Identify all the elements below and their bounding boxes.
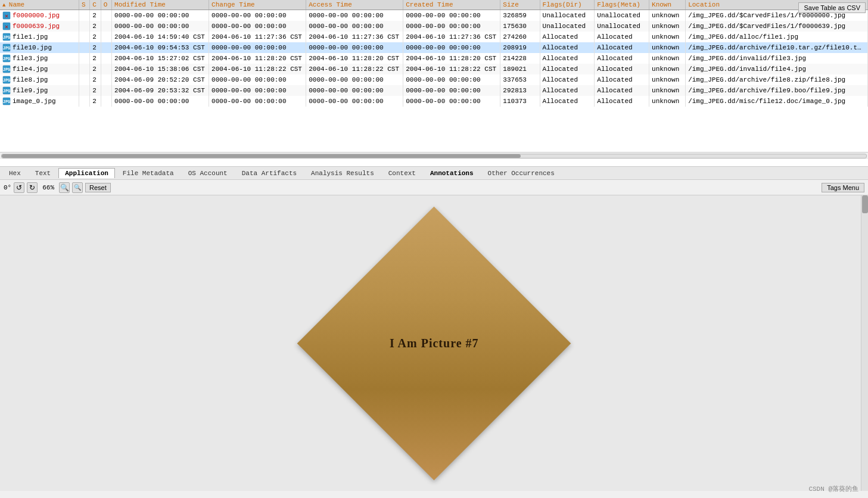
cell-known: unknown — [649, 64, 686, 74]
cell-s — [79, 96, 90, 107]
cell-o — [101, 42, 111, 53]
cell-created: 0000-00-00 00:00:00 — [403, 85, 500, 96]
cell-known: unknown — [649, 10, 686, 21]
tab-bar: Hex Text Application File Metadata OS Ac… — [0, 167, 868, 180]
cell-flagsdir: Allocated — [540, 42, 595, 53]
col-header-modified[interactable]: Modified Time — [112, 0, 209, 10]
zoom-out-button[interactable]: 🔍 — [72, 182, 83, 193]
table-body: ✕ f0000000.jpg20000-00-00 00:00:000000-0… — [0, 10, 868, 107]
zoom-in-button[interactable]: 🔍 — [59, 182, 70, 193]
cell-modified: 0000-00-00 00:00:00 — [112, 21, 209, 32]
cell-c: 2 — [90, 85, 101, 96]
cell-s — [79, 85, 90, 96]
table-scroll-area[interactable]: Name S C O Modified Time Change Time Acc… — [0, 0, 868, 152]
col-header-size[interactable]: Size — [500, 0, 540, 10]
cell-flagsmeta: Allocated — [595, 96, 649, 107]
cell-s — [79, 10, 90, 21]
file-table: Name S C O Modified Time Change Time Acc… — [0, 0, 868, 107]
cell-created: 0000-00-00 00:00:00 — [403, 74, 500, 85]
cell-known: unknown — [649, 85, 686, 96]
carved-file-icon: ✕ — [2, 11, 11, 20]
col-header-name[interactable]: Name — [0, 0, 79, 10]
jpg-file-icon: JPG — [2, 43, 11, 52]
cell-o — [101, 53, 111, 64]
col-header-flagsdir[interactable]: Flags(Dir) — [540, 0, 595, 10]
cell-created: 0000-00-00 00:00:00 — [403, 96, 500, 107]
table-row[interactable]: ✕ f0000639.jpg20000-00-00 00:00:000000-0… — [0, 21, 868, 32]
horizontal-scrollbar[interactable] — [1, 154, 867, 158]
cell-o — [101, 96, 111, 107]
tab-os-account[interactable]: OS Account — [182, 168, 234, 178]
cell-access: 0000-00-00 00:00:00 — [306, 96, 403, 107]
cell-access: 0000-00-00 00:00:00 — [306, 10, 403, 21]
col-header-o[interactable]: O — [101, 0, 111, 10]
horizontal-scrollbar-thumb[interactable] — [2, 154, 521, 158]
rotate-cw-button[interactable]: ↻ — [27, 182, 38, 193]
cell-s — [79, 53, 90, 64]
cell-modified: 2004-06-09 20:52:20 CST — [112, 74, 209, 85]
cell-modified: 2004-06-10 15:27:02 CST — [112, 53, 209, 64]
table-row[interactable]: JPG file8.jpg22004-06-09 20:52:20 CST000… — [0, 74, 868, 85]
cell-flagsmeta: Allocated — [595, 85, 649, 96]
col-header-c[interactable]: C — [90, 0, 101, 10]
tab-text[interactable]: Text — [29, 168, 57, 178]
cell-o — [101, 21, 111, 32]
table-header: Name S C O Modified Time Change Time Acc… — [0, 0, 868, 10]
vertical-scrollbar[interactable] — [861, 195, 868, 491]
cell-flagsdir: Allocated — [540, 64, 595, 74]
table-row[interactable]: JPG file3.jpg22004-06-10 15:27:02 CST200… — [0, 53, 868, 64]
svg-text:JPG: JPG — [3, 57, 11, 61]
rotate-ccw-button[interactable]: ↺ — [14, 182, 24, 193]
zoom-label: 66% — [42, 184, 54, 191]
cell-flagsmeta: Allocated — [595, 32, 649, 42]
table-row[interactable]: JPG file10.jpg22004-06-10 09:54:53 CST00… — [0, 42, 868, 53]
tags-menu-button[interactable]: Tags Menu — [822, 183, 864, 192]
col-header-known[interactable]: Known — [649, 0, 686, 10]
diamond-shape: I Am Picture #7 — [297, 206, 571, 480]
cell-known: unknown — [649, 42, 686, 53]
svg-text:JPG: JPG — [3, 89, 11, 94]
cell-modified: 0000-00-00 00:00:00 — [112, 96, 209, 107]
cell-size: 214228 — [500, 53, 540, 64]
tab-application[interactable]: Application — [58, 168, 115, 178]
vertical-scrollbar-thumb[interactable] — [862, 195, 868, 213]
file-table-panel: Save Table as CSV Name S C O Modified Ti… — [0, 0, 868, 167]
cell-modified: 2004-06-10 15:38:06 CST — [112, 64, 209, 74]
cell-created: 2004-06-10 11:27:36 CST — [403, 32, 500, 42]
svg-text:JPG: JPG — [3, 46, 11, 51]
tab-data-artifacts[interactable]: Data Artifacts — [235, 168, 303, 178]
table-row[interactable]: JPG file1.jpg22004-06-10 14:59:40 CST200… — [0, 32, 868, 42]
table-row[interactable]: ✕ f0000000.jpg20000-00-00 00:00:000000-0… — [0, 10, 868, 21]
col-header-access[interactable]: Access Time — [306, 0, 403, 10]
cell-change: 0000-00-00 00:00:00 — [209, 10, 306, 21]
svg-text:JPG: JPG — [3, 67, 11, 72]
file-name: f0000639.jpg — [13, 23, 60, 30]
save-csv-button[interactable]: Save Table as CSV — [798, 2, 866, 13]
table-row[interactable]: JPG file9.jpg22004-06-09 20:53:32 CST000… — [0, 85, 868, 96]
table-row[interactable]: JPG file4.jpg22004-06-10 15:38:06 CST200… — [0, 64, 868, 74]
cell-flagsmeta: Unallocated — [595, 21, 649, 32]
tab-file-metadata[interactable]: File Metadata — [116, 168, 181, 178]
cell-location: /img_JPEG.dd/invalid/file4.jpg — [686, 64, 868, 74]
svg-text:JPG: JPG — [3, 78, 11, 83]
cell-modified: 2004-06-10 14:59:40 CST — [112, 32, 209, 42]
col-header-change[interactable]: Change Time — [209, 0, 306, 10]
col-header-s[interactable]: S — [79, 0, 90, 10]
image-preview-area: I Am Picture #7 — [0, 195, 868, 491]
cell-known: unknown — [649, 96, 686, 107]
tab-analysis-results[interactable]: Analysis Results — [304, 168, 381, 178]
cell-location: /img_JPEG.dd/archive/file10.tar.gz/file1… — [686, 42, 868, 53]
col-header-created[interactable]: Created Time — [403, 0, 500, 10]
col-header-flagsmeta[interactable]: Flags(Meta) — [595, 0, 649, 10]
cell-location: /img_JPEG.dd/invalid/file3.jpg — [686, 53, 868, 64]
file-name: f0000000.jpg — [13, 12, 60, 19]
reset-button[interactable]: Reset — [85, 183, 111, 192]
tab-hex[interactable]: Hex — [2, 168, 27, 178]
cell-flagsmeta: Allocated — [595, 42, 649, 53]
tab-other-occurrences[interactable]: Other Occurrences — [481, 168, 561, 178]
tab-annotations[interactable]: Annotations — [424, 168, 480, 178]
cell-flagsdir: Allocated — [540, 32, 595, 42]
cell-c: 2 — [90, 42, 101, 53]
table-row[interactable]: JPG image_0.jpg20000-00-00 00:00:000000-… — [0, 96, 868, 107]
tab-context[interactable]: Context — [382, 168, 422, 178]
